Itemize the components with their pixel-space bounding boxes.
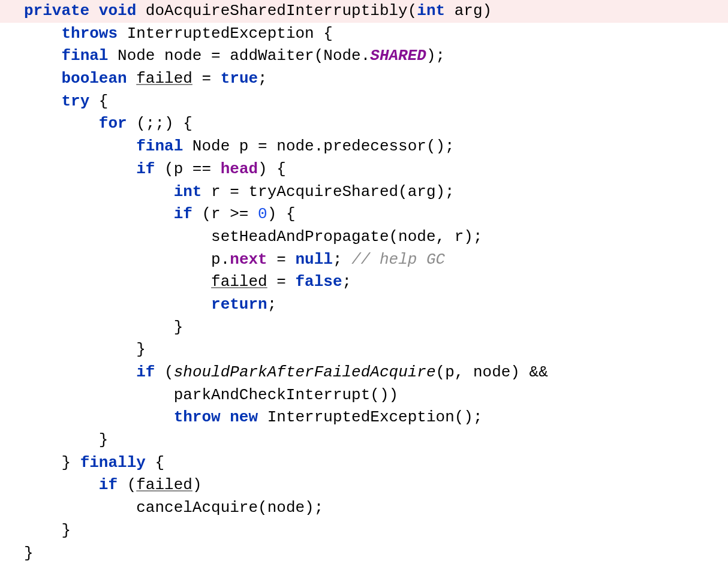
indent xyxy=(24,521,61,539)
token-keyword: boolean xyxy=(61,70,127,88)
token-underline: failed xyxy=(136,70,192,88)
code-line[interactable]: return; xyxy=(0,294,728,316)
indent xyxy=(24,318,174,336)
token-plain: = xyxy=(267,251,296,269)
indent xyxy=(24,205,174,223)
code-line[interactable]: int r = tryAcquireShared(arg); xyxy=(0,181,728,204)
token-plain: (r >= xyxy=(192,205,258,223)
token-keyword: null xyxy=(296,251,333,269)
code-line[interactable]: } finally { xyxy=(0,452,728,475)
token-number: 0 xyxy=(258,205,267,223)
token-plain: parkAndCheckInterrupt()) xyxy=(174,386,398,404)
token-plain: { xyxy=(146,454,164,472)
token-static-method: shouldParkAfterFailedAcquire xyxy=(174,363,436,381)
token-keyword: true xyxy=(221,70,258,88)
token-plain: ) xyxy=(192,476,202,494)
token-plain: r = tryAcquireShared(arg); xyxy=(201,183,454,201)
indent xyxy=(24,295,211,313)
indent xyxy=(24,273,211,291)
token-plain: p. xyxy=(211,251,230,269)
token-plain: ); xyxy=(426,47,445,65)
token-plain: Node node = addWaiter(Node. xyxy=(108,47,370,65)
token-keyword: finally xyxy=(80,454,146,472)
indent xyxy=(24,476,99,494)
token-plain: ; xyxy=(267,295,277,313)
token-plain: arg) xyxy=(445,2,492,20)
token-plain: cancelAcquire(node); xyxy=(136,499,323,517)
token-plain: ( xyxy=(155,363,173,381)
token-field-bold: next xyxy=(230,251,267,269)
code-line[interactable]: failed = false; xyxy=(0,271,728,294)
code-line[interactable]: } xyxy=(0,542,728,565)
token-comment: // help GC xyxy=(351,251,445,269)
token-keyword: throw xyxy=(174,408,221,426)
token-keyword: throws xyxy=(61,25,118,43)
indent xyxy=(24,92,61,110)
token-keyword: false xyxy=(296,273,342,291)
code-line[interactable]: final Node p = node.predecessor(); xyxy=(0,135,728,158)
token-plain: ) { xyxy=(267,205,296,223)
code-line[interactable]: for (;;) { xyxy=(0,113,728,135)
token-plain: } xyxy=(24,544,34,562)
token-plain: ; xyxy=(333,251,351,269)
token-plain: Node p = node.predecessor(); xyxy=(183,137,454,155)
indent xyxy=(24,183,174,201)
code-line[interactable]: } xyxy=(0,339,728,361)
token-keyword: new xyxy=(230,408,258,426)
token-plain: } xyxy=(99,431,109,449)
indent xyxy=(24,454,61,472)
indent xyxy=(24,47,61,65)
token-keyword: final xyxy=(61,47,108,65)
code-line[interactable]: parkAndCheckInterrupt()) xyxy=(0,384,728,407)
code-line[interactable]: setHeadAndPropagate(node, r); xyxy=(0,226,728,249)
code-line[interactable]: if (failed) xyxy=(0,474,728,497)
code-line[interactable]: try { xyxy=(0,91,728,113)
code-line[interactable]: throw new InterruptedException(); xyxy=(0,406,728,429)
code-line[interactable]: if (shouldParkAfterFailedAcquire(p, node… xyxy=(0,361,728,384)
token-keyword: if xyxy=(136,160,155,178)
token-underline: failed xyxy=(136,476,192,494)
token-plain: setHeadAndPropagate(node, r); xyxy=(211,228,482,246)
token-plain: { xyxy=(89,92,108,110)
token-keyword: if xyxy=(136,363,155,381)
token-plain: InterruptedException(); xyxy=(258,408,482,426)
token-keyword: try xyxy=(61,92,89,110)
code-line[interactable]: boolean failed = true; xyxy=(0,68,728,91)
code-line[interactable]: p.next = null; // help GC xyxy=(0,249,728,272)
token-plain: doAcquireSharedInterruptibly( xyxy=(136,2,417,20)
token-underline: failed xyxy=(211,273,267,291)
token-plain: = xyxy=(267,273,296,291)
token-plain: InterruptedException { xyxy=(118,25,333,43)
code-line[interactable]: private void doAcquireSharedInterruptibl… xyxy=(0,0,728,23)
indent xyxy=(24,408,174,426)
code-line[interactable]: if (p == head) { xyxy=(0,158,728,181)
indent xyxy=(24,386,174,404)
code-editor[interactable]: private void doAcquireSharedInterruptibl… xyxy=(0,0,728,565)
code-line[interactable]: if (r >= 0) { xyxy=(0,203,728,226)
token-plain: (;;) { xyxy=(127,114,192,132)
indent xyxy=(24,137,136,155)
indent xyxy=(24,228,211,246)
token-keyword: if xyxy=(174,205,192,223)
token-plain: = xyxy=(192,70,221,88)
code-line[interactable]: } xyxy=(0,520,728,542)
token-keyword: if xyxy=(99,476,118,494)
token-plain: } xyxy=(136,340,146,358)
token-keyword: for xyxy=(99,114,127,132)
token-keyword: private xyxy=(24,2,89,20)
token-plain: } xyxy=(174,318,183,336)
indent xyxy=(24,25,61,43)
code-line[interactable]: } xyxy=(0,316,728,339)
indent xyxy=(24,431,99,449)
code-line[interactable]: final Node node = addWaiter(Node.SHARED)… xyxy=(0,45,728,68)
indent xyxy=(24,114,99,132)
token-field-bold: head xyxy=(221,160,258,178)
code-line[interactable]: } xyxy=(0,429,728,452)
token-static-field: SHARED xyxy=(370,47,426,65)
token-plain: } xyxy=(61,454,80,472)
code-line[interactable]: cancelAcquire(node); xyxy=(0,497,728,520)
indent xyxy=(24,251,211,269)
token-plain: ( xyxy=(118,476,136,494)
code-line[interactable]: throws InterruptedException { xyxy=(0,23,728,46)
token-keyword: int xyxy=(174,183,202,201)
